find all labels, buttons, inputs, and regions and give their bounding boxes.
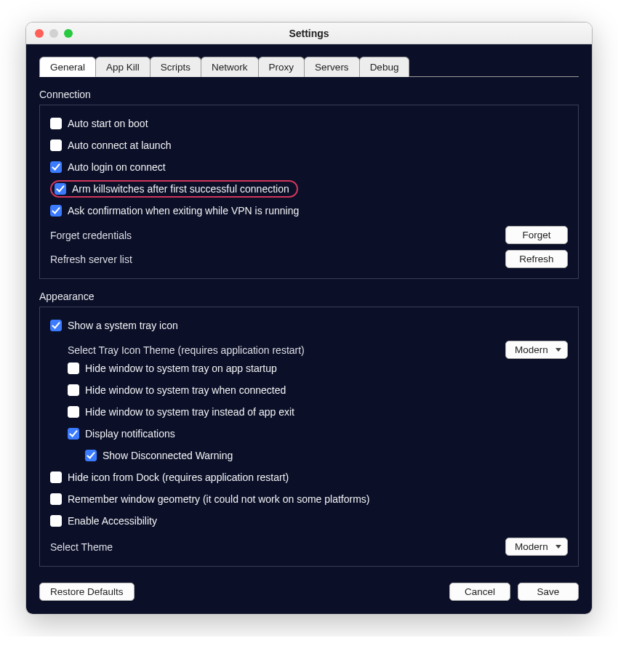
tab-network[interactable]: Network [201,57,259,77]
checkbox-hide-connected[interactable] [68,384,79,396]
tab-debug[interactable]: Debug [359,57,410,77]
checkbox-ask-confirm[interactable] [50,205,62,216]
group-appearance: Appearance Show a system tray icon Selec… [39,291,579,567]
row-show-tray: Show a system tray icon [50,316,568,335]
label-hide-exit: Hide window to system tray instead of ap… [85,406,294,418]
row-tray-theme: Select Tray Icon Theme (requires applica… [50,341,568,359]
row-ask-confirm: Ask confirmation when exiting while VPN … [50,201,568,220]
chevron-down-icon [555,348,561,352]
select-theme-value: Modern [515,541,548,552]
group-connection: Connection Auto start on boot Auto conne… [39,89,579,279]
checkbox-show-tray[interactable] [50,320,62,331]
checkbox-hide-startup[interactable] [68,363,79,374]
window-title: Settings [26,28,592,39]
highlight-arm-killswitch: Arm killswitches after first successful … [50,180,298,198]
row-forget: Forget credentials Forget [50,226,568,244]
checkbox-remember-geometry[interactable] [50,493,62,505]
row-auto-login: Auto login on connect [50,158,568,177]
row-refresh: Refresh server list Refresh [50,250,568,268]
row-hide-startup: Hide window to system tray on app startu… [50,359,568,378]
forget-button[interactable]: Forget [505,226,568,244]
checkbox-disconnected-warn[interactable] [85,450,97,461]
label-notifications: Display notifications [85,428,175,440]
group-box-connection: Auto start on boot Auto connect at launc… [39,105,579,279]
group-label-appearance: Appearance [39,291,579,302]
checkbox-hide-exit[interactable] [68,406,79,418]
tab-bar: General App Kill Scripts Network Proxy S… [39,56,579,77]
label-auto-login: Auto login on connect [68,161,166,173]
tab-servers[interactable]: Servers [304,57,360,77]
checkbox-notifications[interactable] [68,428,79,440]
label-hide-startup: Hide window to system tray on app startu… [85,363,277,374]
label-show-tray: Show a system tray icon [68,320,178,331]
content-area: General App Kill Scripts Network Proxy S… [26,44,592,614]
checkbox-auto-start[interactable] [50,118,62,129]
settings-window: Settings General App Kill Scripts Networ… [25,22,593,615]
group-box-appearance: Show a system tray icon Select Tray Icon… [39,307,579,567]
checkbox-auto-connect[interactable] [50,139,62,151]
tab-app-kill[interactable]: App Kill [95,57,151,77]
row-accessibility: Enable Accessibility [50,511,568,530]
checkbox-arm-killswitch[interactable] [55,183,66,195]
label-auto-connect: Auto connect at launch [68,139,171,151]
refresh-button[interactable]: Refresh [505,250,568,268]
label-ask-confirm: Ask confirmation when exiting while VPN … [68,205,299,216]
row-select-theme: Select Theme Modern [50,538,568,556]
label-disconnected-warn: Show Disconnected Warning [103,450,233,461]
select-tray-theme-value: Modern [515,344,548,355]
tab-general[interactable]: General [39,57,96,77]
row-hide-exit: Hide window to system tray instead of ap… [50,402,568,421]
row-disconnected-warn: Show Disconnected Warning [50,446,568,465]
row-remember-geometry: Remember window geometry (it could not w… [50,490,568,509]
row-notifications: Display notifications [50,424,568,443]
label-accessibility: Enable Accessibility [68,515,157,527]
select-tray-theme[interactable]: Modern [505,341,568,359]
footer: Restore Defaults Cancel Save [39,583,579,601]
label-tray-theme: Select Tray Icon Theme (requires applica… [68,344,305,356]
tab-proxy[interactable]: Proxy [258,57,305,77]
group-label-connection: Connection [39,89,579,100]
select-theme[interactable]: Modern [505,538,568,556]
tab-scripts[interactable]: Scripts [150,57,201,77]
chevron-down-icon [555,545,561,548]
restore-defaults-button[interactable]: Restore Defaults [39,583,135,601]
row-arm-killswitch: Arm killswitches after first successful … [50,179,568,198]
checkbox-auto-login[interactable] [50,161,62,173]
label-remember-geometry: Remember window geometry (it could not w… [68,493,370,505]
label-refresh-server-list: Refresh server list [50,254,132,265]
label-hide-connected: Hide window to system tray when connecte… [85,384,286,396]
titlebar: Settings [26,23,592,44]
label-auto-start: Auto start on boot [68,118,148,129]
label-select-theme: Select Theme [50,541,113,553]
row-hide-connected: Hide window to system tray when connecte… [50,381,568,400]
save-button[interactable]: Save [518,583,579,601]
checkbox-accessibility[interactable] [50,515,62,527]
row-hide-dock: Hide icon from Dock (requires applicatio… [50,468,568,487]
label-hide-dock: Hide icon from Dock (requires applicatio… [68,471,289,483]
label-forget-credentials: Forget credentials [50,230,132,241]
cancel-button[interactable]: Cancel [449,583,510,601]
row-auto-start: Auto start on boot [50,114,568,133]
label-arm-killswitch: Arm killswitches after first successful … [72,183,289,195]
row-auto-connect: Auto connect at launch [50,136,568,155]
checkbox-hide-dock[interactable] [50,471,62,483]
